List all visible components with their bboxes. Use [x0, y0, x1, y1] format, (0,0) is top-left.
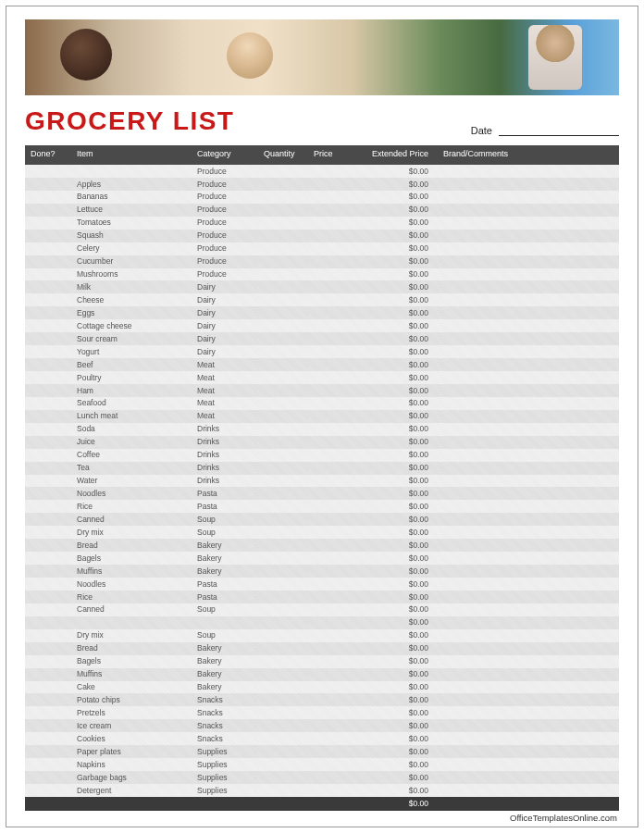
cell-item: Cucumber: [71, 255, 192, 268]
table-row: BagelsBakery$0.00: [25, 655, 619, 668]
cell-done: [25, 500, 71, 513]
cell-item: Ice cream: [71, 719, 192, 732]
cell-brand: [438, 371, 619, 384]
cell-done: [25, 719, 71, 732]
date-line[interactable]: [499, 135, 619, 136]
table-row: SodaDrinks$0.00: [25, 423, 619, 436]
table-row: Dry mixSoup$0.00: [25, 526, 619, 539]
cell-item: Bagels: [71, 655, 192, 668]
cell-done: [25, 345, 71, 358]
cell-brand: [438, 693, 619, 706]
page-title: GROCERY LIST: [25, 106, 234, 136]
cell-ext: $0.00: [353, 603, 438, 616]
cell-qty: [258, 706, 308, 719]
cell-qty: [258, 319, 308, 332]
cell-done: [25, 449, 71, 462]
cell-price: [308, 642, 353, 655]
table-body: Produce$0.00ApplesProduce$0.00BananasPro…: [25, 165, 619, 797]
cell-qty: [258, 487, 308, 500]
cell-price: [308, 616, 353, 629]
cell-item: Paper plates: [71, 745, 192, 758]
cell-ext: $0.00: [353, 784, 438, 797]
cell-done: [25, 410, 71, 423]
cell-cat: Produce: [192, 178, 258, 191]
cell-done: [25, 693, 71, 706]
cell-qty: [258, 306, 308, 319]
cell-done: [25, 436, 71, 449]
cell-brand: [438, 462, 619, 475]
cell-brand: [438, 242, 619, 255]
cell-brand: [438, 629, 619, 642]
cell-brand: [438, 771, 619, 784]
cell-cat: Produce: [192, 268, 258, 281]
cell-brand: [438, 513, 619, 526]
cell-cat: Produce: [192, 191, 258, 204]
cell-brand: [438, 681, 619, 694]
cell-cat: Bakery: [192, 668, 258, 681]
cell-ext: $0.00: [353, 771, 438, 784]
cell-price: [308, 217, 353, 230]
cell-item: Beef: [71, 358, 192, 371]
cell-ext: $0.00: [353, 268, 438, 281]
cell-cat: Bakery: [192, 565, 258, 578]
cell-price: [308, 423, 353, 436]
cell-cat: Soup: [192, 629, 258, 642]
cell-cat: Dairy: [192, 319, 258, 332]
table-row: NoodlesPasta$0.00: [25, 487, 619, 500]
cell-price: [308, 293, 353, 306]
cell-ext: $0.00: [353, 449, 438, 462]
cell-ext: $0.00: [353, 436, 438, 449]
table-row: NapkinsSupplies$0.00: [25, 758, 619, 771]
cell-qty: [258, 565, 308, 578]
cell-done: [25, 668, 71, 681]
cell-qty: [258, 642, 308, 655]
cell-ext: $0.00: [353, 293, 438, 306]
cell-item: Potato chips: [71, 693, 192, 706]
table-row: Sour creamDairy$0.00: [25, 332, 619, 345]
cell-cat: Supplies: [192, 771, 258, 784]
table-row: SquashProduce$0.00: [25, 230, 619, 242]
cell-done: [25, 358, 71, 371]
cell-item: Squash: [71, 230, 192, 242]
cell-done: [25, 371, 71, 384]
table-row: Produce$0.00: [25, 165, 619, 178]
cell-brand: [438, 217, 619, 230]
cell-cat: Meat: [192, 371, 258, 384]
cell-ext: $0.00: [353, 204, 438, 217]
cell-qty: [258, 345, 308, 358]
cell-done: [25, 539, 71, 552]
cell-price: [308, 603, 353, 616]
table-row: CeleryProduce$0.00: [25, 242, 619, 255]
cell-ext: $0.00: [353, 681, 438, 694]
cell-price: [308, 475, 353, 488]
cell-price: [308, 706, 353, 719]
cell-brand: [438, 165, 619, 178]
cell-item: Garbage bags: [71, 771, 192, 784]
cell-cat: Bakery: [192, 539, 258, 552]
cell-done: [25, 758, 71, 771]
cell-cat: Bakery: [192, 552, 258, 565]
cell-ext: $0.00: [353, 758, 438, 771]
cell-ext: $0.00: [353, 306, 438, 319]
cell-cat: Soup: [192, 526, 258, 539]
cell-price: [308, 358, 353, 371]
cell-qty: [258, 410, 308, 423]
cell-ext: $0.00: [353, 500, 438, 513]
cell-brand: [438, 191, 619, 204]
cell-item: Napkins: [71, 758, 192, 771]
cell-brand: [438, 706, 619, 719]
cell-brand: [438, 423, 619, 436]
col-extended: Extended Price: [353, 145, 438, 165]
cell-item: Lettuce: [71, 204, 192, 217]
cell-done: [25, 681, 71, 694]
cell-ext: $0.00: [353, 255, 438, 268]
cell-ext: $0.00: [353, 526, 438, 539]
cell-item: Yogurt: [71, 345, 192, 358]
cell-ext: $0.00: [353, 706, 438, 719]
cell-qty: [258, 423, 308, 436]
cell-cat: Pasta: [192, 500, 258, 513]
cell-qty: [258, 552, 308, 565]
cell-price: [308, 345, 353, 358]
cell-cat: Snacks: [192, 719, 258, 732]
cell-brand: [438, 397, 619, 410]
